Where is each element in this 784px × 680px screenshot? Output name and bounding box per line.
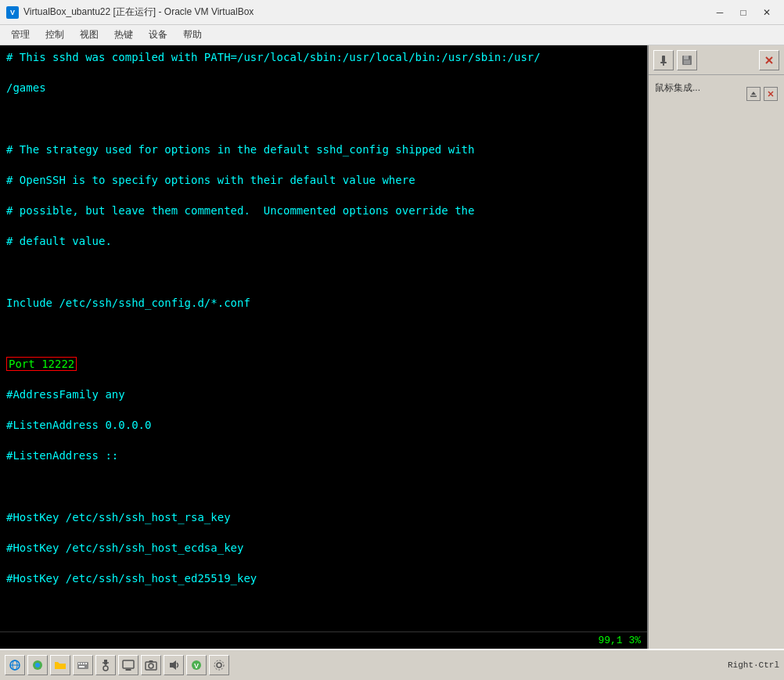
close-sidebar-button[interactable] <box>759 50 779 70</box>
line-9: Include /etc/ssh/sshd_config.d/*.conf <box>6 296 641 311</box>
terminal-content: # This sshd was compiled with PATH=/usr/… <box>6 50 641 649</box>
svg-point-38 <box>217 663 221 667</box>
window-title: VirtualBox_ubantu22 [正在运行] - Oracle VM V… <box>23 5 709 19</box>
capture-close-button[interactable] <box>764 87 778 101</box>
svg-point-39 <box>214 660 224 670</box>
line-4: # The strategy used for options in the d… <box>6 142 641 158</box>
right-ctrl-label: Right·Ctrl <box>728 660 779 670</box>
svg-rect-2 <box>662 56 665 62</box>
keyboard-icon-button[interactable] <box>73 655 93 675</box>
svg-rect-20 <box>78 663 80 664</box>
line-11: Port 12222 <box>6 357 641 372</box>
display-icon-button[interactable] <box>118 655 138 675</box>
green-status-button[interactable]: V <box>186 655 207 675</box>
svg-rect-7 <box>684 60 690 64</box>
menu-hotkeys[interactable]: 热键 <box>106 27 141 44</box>
minimize-button[interactable]: ─ <box>709 4 731 21</box>
svg-text:V: V <box>10 9 15 16</box>
line-6: # possible, but leave them commented. Un… <box>6 203 641 219</box>
svg-rect-3 <box>660 62 667 63</box>
svg-rect-25 <box>104 660 107 664</box>
usb-icon-button[interactable] <box>95 655 116 675</box>
menu-manage[interactable]: 管理 <box>3 27 38 44</box>
line-5: # OpenSSH is to specify options with the… <box>6 173 641 189</box>
menu-bar: 管理 控制 视图 热键 设备 帮助 <box>0 25 784 45</box>
port-highlight: Port 12222 <box>6 357 77 371</box>
menu-view[interactable]: 视图 <box>72 27 106 44</box>
settings-icon-button[interactable] <box>209 655 229 675</box>
title-bar: V VirtualBox_ubantu22 [正在运行] - Oracle VM… <box>0 0 784 25</box>
svg-rect-30 <box>123 660 134 668</box>
svg-rect-21 <box>81 663 82 664</box>
sidebar-toolbar <box>649 45 784 75</box>
line-8 <box>6 264 641 280</box>
svg-rect-23 <box>85 663 87 664</box>
maximize-button[interactable]: □ <box>732 4 754 21</box>
taskbar-right: Right·Ctrl <box>728 660 779 670</box>
globe-icon-button[interactable] <box>27 655 48 675</box>
network-icon-button[interactable] <box>5 655 25 675</box>
capture-minimize-button[interactable] <box>746 87 761 101</box>
main-area: # This sshd was compiled with PATH=/usr/… <box>0 45 784 649</box>
svg-point-26 <box>103 666 108 671</box>
svg-rect-22 <box>83 663 85 664</box>
svg-point-34 <box>149 664 153 668</box>
mouse-capture-label: 鼠标集成... <box>655 81 700 95</box>
line-15 <box>6 480 641 495</box>
svg-point-18 <box>35 663 40 667</box>
svg-rect-6 <box>684 56 689 59</box>
line-18: #HostKey /etc/ssh/ssh_host_ed25519_key <box>6 571 641 587</box>
line-16: #HostKey /etc/ssh/ssh_host_rsa_key <box>6 510 641 526</box>
window-controls: ─ □ ✕ <box>709 4 778 21</box>
line-7: # default value. <box>6 234 641 250</box>
line-13: #ListenAddress 0.0.0.0 <box>6 418 641 434</box>
line-10 <box>6 326 641 342</box>
svg-rect-24 <box>79 666 85 667</box>
svg-text:V: V <box>194 662 199 670</box>
cursor-position: 99,1 3% <box>598 635 641 646</box>
line-3 <box>6 111 641 127</box>
line-2: /games <box>6 81 641 96</box>
menu-devices[interactable]: 设备 <box>141 27 175 44</box>
sidebar-content: 鼠标集成... <box>649 75 784 649</box>
app-icon: V <box>6 6 19 19</box>
line-1: # This sshd was compiled with PATH=/usr/… <box>6 50 641 66</box>
line-14: #ListenAddress :: <box>6 448 641 464</box>
camera-icon-button[interactable] <box>141 655 161 675</box>
capture-icons <box>746 87 778 101</box>
save-button[interactable] <box>677 50 697 70</box>
pin-button[interactable] <box>653 50 674 70</box>
menu-help[interactable]: 帮助 <box>175 27 210 44</box>
taskbar: V Right·Ctrl <box>0 649 784 680</box>
sidebar-panel: 鼠标集成... <box>647 45 784 649</box>
svg-rect-8 <box>689 56 690 59</box>
terminal-status-bar: 99,1 3% <box>0 631 647 649</box>
svg-rect-4 <box>663 63 664 66</box>
line-17: #HostKey /etc/ssh/ssh_host_ecdsa_key <box>6 541 641 556</box>
folder-icon-button[interactable] <box>50 655 70 675</box>
terminal[interactable]: # This sshd was compiled with PATH=/usr/… <box>0 45 647 649</box>
close-button[interactable]: ✕ <box>756 4 778 21</box>
line-19 <box>6 602 641 617</box>
svg-marker-35 <box>170 660 176 670</box>
menu-control[interactable]: 控制 <box>38 27 72 44</box>
line-12: #AddressFamily any <box>6 387 641 403</box>
audio-icon-button[interactable] <box>164 655 184 675</box>
